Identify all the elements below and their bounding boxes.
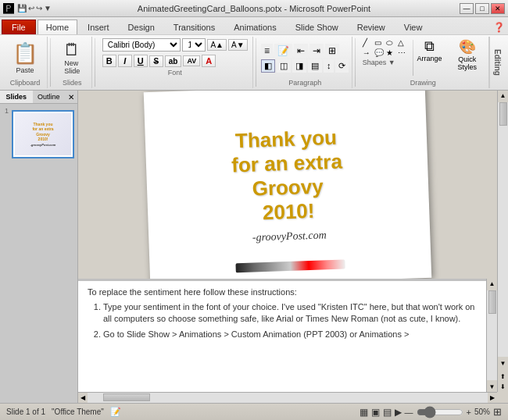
- view-slide-sorter[interactable]: ▣: [371, 407, 380, 418]
- notes-item-2: Go to Slide Show > Animations > Custom A…: [103, 329, 477, 340]
- save-quick-btn[interactable]: 💾: [17, 4, 27, 12]
- tab-insert[interactable]: Insert: [79, 20, 118, 34]
- slide-frame[interactable]: Thank youfor an extraGroovy2010! -groovy…: [144, 91, 432, 279]
- window-title: AnimatedGreetingCard_Balloons.potx - Mic…: [0, 4, 508, 13]
- ribbon-group-slides: 🗒 NewSlide Slides: [53, 37, 92, 88]
- canvas-scroll-down[interactable]: ▼: [499, 358, 508, 368]
- view-slideshow[interactable]: ▶: [395, 407, 402, 418]
- divider-arrange: [446, 40, 447, 76]
- tab-review[interactable]: Review: [349, 20, 394, 34]
- slide-number-1: 1: [5, 107, 9, 115]
- zoom-in-btn[interactable]: +: [467, 408, 471, 417]
- close-button[interactable]: ✕: [491, 3, 505, 14]
- slide-list: 1 Thank youfor an extraGroovy2010!-groov…: [0, 104, 77, 165]
- zoom-slider[interactable]: [417, 409, 463, 415]
- drawing-content: ╱ ▭ ⬭ △ → 💬 ★ ⋯ Shapes ▼: [363, 38, 484, 77]
- increase-indent-btn[interactable]: ⇥: [309, 44, 324, 58]
- canvas-zoom-up[interactable]: ⬆: [499, 372, 507, 382]
- shapes-label[interactable]: Shapes ▼: [363, 59, 409, 66]
- undo-quick-btn[interactable]: ↩: [28, 4, 34, 12]
- divider-shapes: [413, 40, 413, 76]
- line-spacing-btn[interactable]: ↕: [324, 59, 334, 73]
- bullets-button[interactable]: ≡: [261, 44, 273, 58]
- tab-view[interactable]: View: [395, 20, 431, 34]
- tab-animations[interactable]: Animations: [225, 20, 284, 34]
- align-right-btn[interactable]: ◨: [292, 59, 306, 73]
- canvas-scroll-up[interactable]: ▲: [499, 91, 508, 101]
- font-decrease-btn[interactable]: A▼: [228, 39, 248, 51]
- shape-rect[interactable]: ▭: [374, 38, 385, 48]
- italic-button[interactable]: I: [118, 55, 132, 67]
- notes-scroll-track: [487, 290, 497, 380]
- arrange-button[interactable]: ⧉ Arrange: [417, 38, 442, 62]
- panel-close-btn[interactable]: ✕: [65, 91, 77, 103]
- font-increase-btn[interactable]: A▲: [207, 39, 227, 51]
- decrease-indent-btn[interactable]: ⇤: [294, 44, 308, 58]
- columns-btn[interactable]: ⊞: [325, 44, 339, 58]
- view-normal[interactable]: ▦: [360, 407, 368, 418]
- slide-canvas: Thank youfor an extraGroovy2010! -groovy…: [78, 91, 497, 279]
- strikethrough-button[interactable]: S: [149, 55, 163, 67]
- notes-scroll-down[interactable]: ▼: [488, 382, 497, 392]
- notes-icon[interactable]: 📝: [110, 407, 121, 417]
- text-direction-btn[interactable]: ⟳: [335, 59, 349, 73]
- tab-outline[interactable]: Outline: [33, 91, 66, 103]
- paste-button[interactable]: 📋 Paste: [7, 38, 43, 77]
- tab-home[interactable]: Home: [38, 20, 77, 34]
- tab-transitions[interactable]: Transitions: [165, 20, 224, 34]
- slide-signature: -groovyPost.com: [234, 228, 345, 244]
- minimize-button[interactable]: —: [460, 3, 474, 14]
- quick-access-toolbar: 💾 ↩ ↪ ▼: [17, 4, 52, 12]
- divider-4: [355, 38, 356, 87]
- align-left-btn[interactable]: ◧: [261, 59, 275, 73]
- shape-triangle[interactable]: △: [398, 38, 409, 48]
- font-color-button[interactable]: A: [202, 55, 216, 67]
- view-reading[interactable]: ▤: [383, 407, 392, 418]
- h-scroll-left[interactable]: ◀: [78, 393, 88, 403]
- char-spacing-button[interactable]: AV: [183, 55, 200, 66]
- quick-styles-button[interactable]: 🎨 Quick Styles: [450, 38, 484, 71]
- tab-design[interactable]: Design: [120, 20, 163, 34]
- justify-btn[interactable]: ▤: [308, 59, 322, 73]
- canvas-zoom-down[interactable]: ⬇: [499, 382, 507, 392]
- help-button[interactable]: ❓: [490, 20, 508, 34]
- h-scroll-thumb[interactable]: [103, 393, 150, 401]
- tab-file[interactable]: File: [2, 20, 36, 34]
- zoom-out-btn[interactable]: —: [405, 408, 413, 417]
- format-buttons-row: B I U S ab AV A: [102, 55, 248, 67]
- app-icon: 🅿: [3, 2, 14, 15]
- maximize-button[interactable]: □: [475, 3, 489, 14]
- notes-scroll-thumb[interactable]: [488, 290, 496, 314]
- shape-oval[interactable]: ⬭: [386, 38, 397, 48]
- tab-slides[interactable]: Slides: [0, 91, 33, 103]
- shape-more[interactable]: ⋯: [398, 48, 409, 57]
- tab-slideshow[interactable]: Slide Show: [287, 20, 347, 34]
- para-row-1: ≡ 📝 ⇤ ⇥ ⊞: [261, 44, 349, 58]
- shadow-button[interactable]: ab: [165, 55, 182, 67]
- quick-access-arrow[interactable]: ▼: [44, 4, 52, 12]
- thumb-1-content: Thank youfor an extraGroovy2010!-groovyP…: [15, 113, 71, 155]
- notes-scroll-up[interactable]: ▲: [488, 279, 497, 289]
- redo-quick-btn[interactable]: ↪: [36, 4, 42, 12]
- new-slide-icon: 🗒: [63, 41, 80, 59]
- slide-thumbnail-1[interactable]: Thank youfor an extraGroovy2010!-groovyP…: [12, 110, 74, 158]
- notes-instruction: To replace the sentiment here follow the…: [88, 287, 477, 297]
- shape-right-arrow[interactable]: →: [363, 48, 374, 57]
- notes-main: To replace the sentiment here follow the…: [78, 279, 486, 392]
- font-name-select[interactable]: Calibri (Body): [102, 38, 181, 52]
- canvas-scroll-thumb[interactable]: [499, 102, 507, 126]
- shape-line[interactable]: ╱: [363, 38, 374, 48]
- window-controls: — □ ✕: [460, 3, 505, 14]
- numbered-list-button[interactable]: 📝: [274, 44, 292, 58]
- quick-styles-label: Quick Styles: [450, 55, 484, 71]
- underline-button[interactable]: U: [134, 55, 148, 67]
- new-slide-button[interactable]: 🗒 NewSlide: [59, 39, 84, 77]
- clipboard-label: Clipboard: [10, 79, 41, 87]
- align-center-btn[interactable]: ◫: [277, 59, 291, 73]
- h-scroll-right[interactable]: ▶: [488, 393, 497, 403]
- bold-button[interactable]: B: [102, 55, 116, 67]
- shape-star[interactable]: ★: [386, 48, 397, 57]
- shape-callout[interactable]: 💬: [374, 48, 385, 57]
- fit-window-btn[interactable]: ⊞: [493, 406, 502, 418]
- font-size-select[interactable]: 12: [182, 38, 206, 52]
